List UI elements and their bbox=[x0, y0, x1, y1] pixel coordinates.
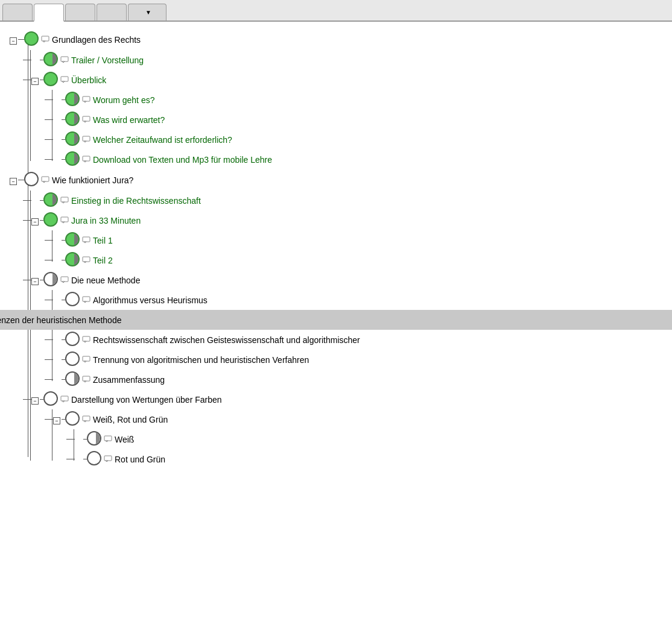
node-label[interactable]: Darstellung von Wertungen über Farben bbox=[71, 395, 222, 405]
node-label[interactable]: Teil 2 bbox=[93, 256, 113, 265]
expand-box[interactable]: − bbox=[10, 178, 17, 185]
svg-marker-9 bbox=[84, 121, 86, 122]
node-label[interactable]: Überblick bbox=[71, 75, 106, 85]
node-label[interactable]: Trailer / Vorstellung bbox=[71, 55, 144, 65]
tree-row-grundlagen[interactable]: − Grundlagen des Rechts bbox=[10, 29, 672, 50]
expand-control[interactable]: − bbox=[31, 395, 39, 405]
comment-icon[interactable] bbox=[82, 295, 90, 305]
comment-icon[interactable] bbox=[82, 375, 90, 385]
node-label[interactable]: Teil 1 bbox=[93, 236, 113, 245]
tree-row-download[interactable]: Download von Texten und Mp3 für mobile L… bbox=[45, 150, 672, 169]
comment-icon[interactable] bbox=[82, 256, 90, 265]
node-circle bbox=[65, 411, 80, 427]
tree-row-trennung[interactable]: Trennung von algoritmischen und heuristi… bbox=[45, 350, 672, 370]
comment-icon[interactable] bbox=[41, 175, 49, 185]
tree-row-zusammen[interactable]: Zusammenfassung bbox=[45, 370, 672, 389]
node-circle bbox=[43, 212, 58, 229]
node-circle bbox=[24, 172, 39, 188]
comment-icon[interactable] bbox=[60, 196, 69, 206]
comment-icon[interactable] bbox=[41, 35, 49, 45]
child-wrap-dieneue: Algorithmus versus Heurismus Die Grenzen… bbox=[45, 290, 672, 389]
node-circle bbox=[65, 232, 80, 248]
node-label[interactable]: Welcher Zeitaufwand ist erforderlich? bbox=[93, 135, 232, 145]
node-label[interactable]: Rechtswissenschaft zwischen Geisteswisse… bbox=[93, 335, 360, 345]
expand-control[interactable]: − bbox=[31, 276, 39, 285]
tree-row-diegrenzen[interactable]: Die Grenzen der heuristischen Methode bbox=[0, 310, 672, 330]
expand-control[interactable]: − bbox=[31, 75, 39, 85]
tree-row-algorithmus[interactable]: Algorithmus versus Heurismus bbox=[45, 290, 672, 310]
node-label[interactable]: Algorithmus versus Heurismus bbox=[93, 295, 208, 305]
node-label[interactable]: Grundlagen des Rechts bbox=[52, 35, 141, 45]
tree-row-jura33[interactable]: − Jura in 33 Minuten bbox=[23, 210, 672, 230]
tree-row-wiefunktioniert[interactable]: − Wie funktioniert Jura? bbox=[10, 169, 672, 191]
expand-box[interactable]: − bbox=[10, 37, 17, 45]
node-label[interactable]: Was wird erwartet? bbox=[93, 115, 165, 125]
comment-icon[interactable] bbox=[60, 395, 69, 405]
expand-control[interactable]: − bbox=[31, 216, 39, 225]
comment-icon[interactable] bbox=[60, 276, 69, 285]
comment-icon[interactable] bbox=[82, 135, 90, 145]
node-label[interactable]: Einstieg in die Rechtswissenschaft bbox=[71, 196, 201, 206]
node-label[interactable]: Weiß bbox=[115, 435, 134, 444]
comment-icon[interactable] bbox=[82, 115, 90, 125]
h-connector bbox=[45, 419, 53, 420]
comment-icon[interactable] bbox=[60, 216, 69, 225]
tree-row-weissrotgruen[interactable]: − Weiß, Rot und Grün bbox=[45, 409, 672, 429]
expand-box[interactable]: − bbox=[53, 417, 60, 424]
tree-row-dieneue[interactable]: − Die neue Methode bbox=[23, 270, 672, 290]
comment-icon[interactable] bbox=[82, 415, 90, 424]
tree-row-waswird[interactable]: Was wird erwartet? bbox=[45, 110, 672, 130]
expand-control[interactable]: − bbox=[10, 175, 17, 185]
tree-row-rotundgruen[interactable]: Rot und Grün bbox=[66, 449, 672, 469]
tab-home[interactable] bbox=[2, 4, 33, 20]
comment-icon[interactable] bbox=[82, 155, 90, 165]
node-label[interactable]: Rot und Grün bbox=[115, 455, 165, 464]
node-label[interactable]: Download von Texten und Mp3 für mobile L… bbox=[93, 155, 272, 165]
tree-row-rechtswissen[interactable]: Rechtswissenschaft zwischen Geisteswisse… bbox=[45, 330, 672, 350]
expand-box[interactable]: − bbox=[31, 278, 39, 285]
comment-icon[interactable] bbox=[82, 95, 90, 105]
tab-more[interactable]: ▼ bbox=[128, 4, 166, 20]
node-label[interactable]: Wie funktioniert Jura? bbox=[52, 175, 133, 185]
tab-practice[interactable] bbox=[65, 4, 95, 20]
comment-icon[interactable] bbox=[60, 55, 69, 65]
comment-icon[interactable] bbox=[60, 75, 69, 85]
tree-row-worum[interactable]: Worum geht es? bbox=[45, 90, 672, 110]
expand-box[interactable]: − bbox=[31, 397, 39, 405]
node-label[interactable]: Trennung von algoritmischen und heuristi… bbox=[93, 355, 309, 365]
svg-marker-33 bbox=[84, 361, 86, 362]
comment-icon[interactable] bbox=[82, 335, 90, 345]
tree-row-trailer[interactable]: Trailer / Vorstellung bbox=[23, 50, 672, 70]
tab-knowledge[interactable] bbox=[34, 4, 64, 22]
navigation-bar: ▼ bbox=[0, 0, 672, 22]
tree-row-darstellung[interactable]: − Darstellung von Wertungen über Farben bbox=[23, 389, 672, 409]
tree-row-ueberblick[interactable]: − Überblick bbox=[23, 70, 672, 90]
node-label[interactable]: Weiß, Rot und Grün bbox=[93, 415, 168, 424]
node-label[interactable]: Die neue Methode bbox=[71, 276, 140, 285]
comment-icon[interactable] bbox=[82, 236, 90, 245]
node-label[interactable]: Jura in 33 Minuten bbox=[71, 216, 141, 225]
svg-marker-43 bbox=[106, 461, 108, 462]
expand-control[interactable]: − bbox=[10, 35, 17, 45]
tree-row-einstieg[interactable]: Einstieg in die Rechtswissenschaft bbox=[23, 191, 672, 210]
expand-box[interactable]: − bbox=[31, 218, 39, 225]
tree-row-teil2[interactable]: Teil 2 bbox=[45, 250, 672, 270]
node-circle bbox=[65, 292, 80, 308]
node-label[interactable]: Zusammenfassung bbox=[93, 375, 165, 385]
comment-icon[interactable] bbox=[104, 455, 112, 464]
svg-rect-2 bbox=[61, 57, 68, 61]
tab-vote[interactable] bbox=[97, 4, 127, 20]
tree-row-weiss[interactable]: Weiß bbox=[66, 429, 672, 449]
h-connector bbox=[23, 80, 31, 80]
node-circle bbox=[65, 371, 80, 388]
node-circle bbox=[65, 92, 80, 108]
comment-icon[interactable] bbox=[104, 435, 112, 444]
expand-box[interactable]: − bbox=[31, 78, 39, 85]
tree-row-teil1[interactable]: Teil 1 bbox=[45, 230, 672, 250]
comment-icon[interactable] bbox=[82, 355, 90, 365]
tree-row-welcher[interactable]: Welcher Zeitaufwand ist erforderlich? bbox=[45, 130, 672, 150]
expand-control[interactable]: − bbox=[53, 415, 60, 424]
dropdown-arrow-icon: ▼ bbox=[145, 9, 151, 16]
node-label[interactable]: Worum geht es? bbox=[93, 95, 154, 105]
node-label[interactable]: Die Grenzen der heuristischen Methode bbox=[0, 315, 121, 325]
